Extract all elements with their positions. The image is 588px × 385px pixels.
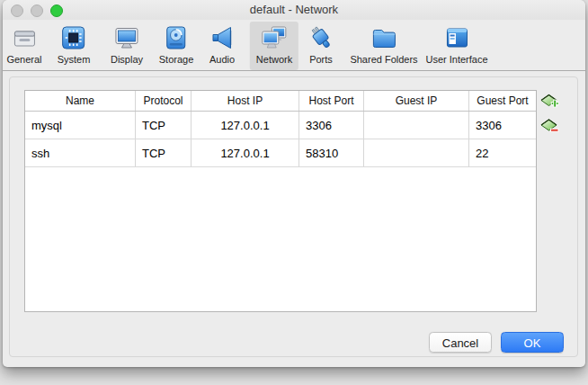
remove-rule-icon xyxy=(539,122,559,138)
table-header-row: Name Protocol Host IP Host Port Guest IP… xyxy=(25,91,536,112)
cell-guest-ip[interactable] xyxy=(364,139,469,166)
toolbar-item-label: User Interface xyxy=(425,54,487,65)
toolbar-item-network[interactable]: Network xyxy=(250,22,298,70)
system-icon xyxy=(59,23,88,52)
toolbar-item-label: General xyxy=(6,54,41,65)
table-row[interactable]: mysql TCP 127.0.0.1 3306 3306 xyxy=(25,112,536,139)
audio-icon xyxy=(208,23,236,52)
screen: default - Network General xyxy=(0,0,588,385)
cell-protocol[interactable]: TCP xyxy=(136,139,192,166)
add-rule-button[interactable] xyxy=(539,92,559,110)
toolbar-item-storage[interactable]: Storage xyxy=(153,22,200,70)
toolbar-item-label: Network xyxy=(256,54,292,65)
titlebar[interactable]: default - Network xyxy=(3,0,585,20)
toolbar-item-label: Shared Folders xyxy=(350,54,417,65)
toolbar-item-label: Storage xyxy=(159,54,194,65)
column-header-guest-port[interactable]: Guest Port xyxy=(469,91,536,111)
toolbar-item-label: Display xyxy=(111,54,143,65)
cell-guest-ip[interactable] xyxy=(364,112,469,139)
cell-host-ip[interactable]: 127.0.0.1 xyxy=(192,139,299,166)
network-icon xyxy=(260,23,289,52)
column-header-guest-ip[interactable]: Guest IP xyxy=(364,91,469,111)
window-title: default - Network xyxy=(3,0,585,20)
display-icon xyxy=(112,23,141,52)
cell-protocol[interactable]: TCP xyxy=(136,112,192,139)
toolbar-separator xyxy=(3,70,585,71)
port-forwarding-table: Name Protocol Host IP Host Port Guest IP… xyxy=(24,90,537,312)
ports-icon xyxy=(307,23,335,52)
toolbar-item-display[interactable]: Display xyxy=(104,22,149,70)
general-icon xyxy=(10,23,39,52)
ok-button[interactable]: OK xyxy=(501,332,564,353)
cell-name[interactable]: ssh xyxy=(25,139,136,166)
column-header-host-port[interactable]: Host Port xyxy=(299,91,364,111)
toolbar-item-label: Ports xyxy=(309,54,333,65)
toolbar-item-label: System xyxy=(58,54,91,65)
toolbar-item-system[interactable]: System xyxy=(51,22,97,70)
toolbar-item-general[interactable]: General xyxy=(0,22,48,70)
toolbar-item-audio[interactable]: Audio xyxy=(201,22,243,70)
cell-name[interactable]: mysql xyxy=(25,112,136,139)
toolbar-item-user-interface[interactable]: User Interface xyxy=(419,22,494,70)
column-header-host-ip[interactable]: Host IP xyxy=(192,91,299,111)
shared-folders-icon xyxy=(370,23,398,52)
cell-guest-port[interactable]: 22 xyxy=(469,139,536,166)
cell-host-port[interactable]: 3306 xyxy=(299,112,364,139)
add-rule-icon xyxy=(539,97,559,112)
cell-guest-port[interactable]: 3306 xyxy=(469,112,536,139)
cell-host-port[interactable]: 58310 xyxy=(299,139,364,166)
settings-toolbar: General System xyxy=(3,20,585,70)
settings-dialog: default - Network General xyxy=(3,0,585,367)
user-interface-icon xyxy=(442,23,471,52)
toolbar-item-shared-folders[interactable]: Shared Folders xyxy=(343,22,423,70)
toolbar-item-ports[interactable]: Ports xyxy=(300,22,342,70)
remove-rule-button[interactable] xyxy=(539,117,559,135)
storage-icon xyxy=(162,23,191,52)
table-row[interactable]: ssh TCP 127.0.0.1 58310 22 xyxy=(25,139,536,167)
column-header-protocol[interactable]: Protocol xyxy=(136,91,192,111)
cell-host-ip[interactable]: 127.0.0.1 xyxy=(192,112,299,139)
toolbar-item-label: Audio xyxy=(209,54,235,65)
cancel-button[interactable]: Cancel xyxy=(429,332,492,353)
column-header-name[interactable]: Name xyxy=(25,91,136,111)
